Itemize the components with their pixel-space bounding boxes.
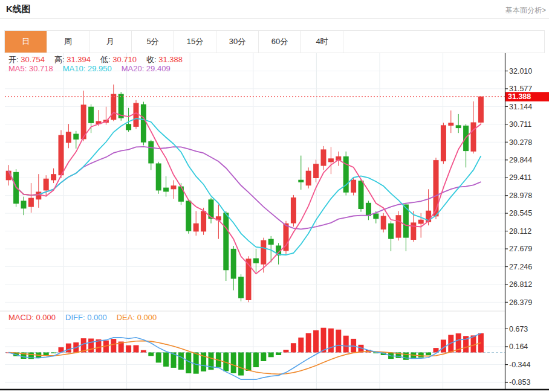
axis-tick-label: 26.379 <box>509 298 532 307</box>
axis-tick-label: 28.545 <box>509 209 532 217</box>
axis-tick-label: 26.812 <box>509 280 532 289</box>
macd-histogram <box>6 328 484 376</box>
ma10-line <box>8 118 481 255</box>
interval-tab-bar: 日周月5分15分30分60分4时 <box>4 30 545 53</box>
ma5-line <box>8 112 481 274</box>
axis-tick-label: 30.278 <box>509 138 532 147</box>
kline-chart-canvas[interactable]: 32.01031.57731.14430.71130.27829.84429.4… <box>0 53 549 392</box>
axis-tick-label: 32.010 <box>509 67 532 76</box>
svg-text:31.388: 31.388 <box>508 92 531 101</box>
page-title: K线图 <box>6 4 31 15</box>
axis-tick-label: -0.344 <box>509 361 530 369</box>
tab-week[interactable]: 周 <box>47 31 89 53</box>
tab-60min[interactable]: 60分 <box>259 31 301 53</box>
axis-tick-label: 28.978 <box>509 191 532 200</box>
fundamental-analysis-link[interactable]: 基本面分析> <box>505 5 546 16</box>
axis-tick-label: 27.679 <box>509 245 532 253</box>
widget-header: K线图 基本面分析> <box>0 0 549 19</box>
candles-layer <box>6 85 484 302</box>
axis-tick-label: 28.112 <box>509 227 531 236</box>
diff-line <box>8 333 481 380</box>
tab-month[interactable]: 月 <box>89 31 132 53</box>
tab-4hour[interactable]: 4时 <box>301 31 343 53</box>
tab-30min[interactable]: 30分 <box>216 31 259 53</box>
axis-tick-label: -0.853 <box>509 378 530 387</box>
ma20-line <box>8 147 481 229</box>
tab-15min[interactable]: 15分 <box>174 31 216 53</box>
axis-tick-label: 0.673 <box>509 325 528 333</box>
tab-5min[interactable]: 5分 <box>132 31 174 53</box>
axis-tick-label: 27.246 <box>509 263 532 271</box>
current-price-badge: 31.388 <box>505 92 549 101</box>
kline-widget: K线图 基本面分析> 日周月5分15分30分60分4时 开: 30.754高: … <box>0 0 549 392</box>
axis-tick-label: 0.164 <box>509 342 528 351</box>
axis-tick-label: 30.711 <box>509 120 531 129</box>
axis-tick-label: 31.144 <box>509 103 532 111</box>
axis-tick-label: 29.844 <box>509 156 532 164</box>
tab-day[interactable]: 日 <box>5 31 47 53</box>
axis-tick-label: 29.411 <box>509 173 531 182</box>
axis-tick-label: 31.577 <box>509 85 532 93</box>
